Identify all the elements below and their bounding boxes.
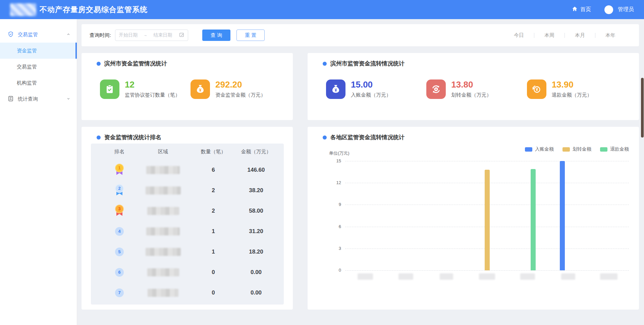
sidebar-item-label: 资金监管: [17, 48, 37, 54]
rank-circle-icon: 5: [115, 248, 124, 256]
search-button[interactable]: 查 询: [202, 30, 230, 41]
svg-text:¥: ¥: [536, 87, 538, 92]
svg-text:¥: ¥: [199, 88, 202, 93]
legend-item[interactable]: 入账金额: [525, 146, 554, 152]
card-title-row: 滨州市监管资金流转情况统计: [308, 53, 639, 67]
legend-swatch: [600, 147, 607, 152]
range-separator: ~: [144, 33, 147, 38]
home-link[interactable]: 首页: [572, 6, 591, 13]
chart-legend: 入账金额划转金额退款金额: [525, 146, 629, 152]
rank-circle-icon: 6: [115, 268, 124, 277]
amount-cell: 58.00: [235, 208, 277, 214]
app: 不动产存量房交易综合监管系统 首页 管理员 交易监管: [0, 0, 644, 325]
chart-unit-label: 单位(万元): [329, 150, 350, 156]
y-tick-label: 15: [329, 158, 341, 163]
header-right: 首页 管理员: [572, 5, 634, 14]
sidebar-group-transaction-supervision[interactable]: 交易监管: [0, 26, 77, 43]
edit-icon: [179, 32, 184, 39]
stat-supervised-amount: ¥ 292.20 资金监管金额（万元）: [191, 79, 281, 99]
medal-rank-1-icon: 1: [115, 164, 124, 176]
sidebar-item-trade-supervision[interactable]: 交易监管: [0, 59, 77, 75]
stat-label: 资金监管金额（万元）: [215, 92, 266, 98]
sidebar-item-label: 机构监管: [17, 80, 37, 86]
amount-cell: 0.00: [235, 269, 277, 276]
count-cell: 6: [192, 167, 235, 173]
region-flow-chart-card: 各地区监管资金流转情况统计 入账金额划转金额退款金额 单位(万元) 036912…: [308, 127, 639, 310]
amount-cell: 38.20: [235, 187, 277, 194]
card-title-row: 资金监管情况统计排名: [82, 127, 293, 141]
stat-refund-amount: ¥ 13.90 退款金额（万元）: [527, 79, 627, 99]
sidebar-item-agency-supervision[interactable]: 机构监管: [0, 75, 77, 91]
quick-range-1[interactable]: 今日: [504, 32, 534, 39]
ranking-table-header: 排名 区域 数量（笔） 金额（万元）: [91, 144, 284, 160]
redacted-x-axis-label: [398, 273, 413, 280]
redacted-region-name: [146, 186, 181, 195]
gridline: [345, 161, 629, 161]
redacted-region-name: [148, 289, 178, 297]
transfer-icon: [426, 79, 446, 99]
money-bag-icon: ¥: [191, 79, 210, 99]
end-date-placeholder: 结束日期: [153, 32, 172, 38]
quick-range-4[interactable]: 本年: [595, 32, 626, 39]
filter-bar: 查询时间: 开始日期 ~ 结束日期 查 询 重 置 今日本周本月本年: [82, 24, 639, 46]
report-icon: [7, 95, 14, 103]
app-title: 不动产存量房交易综合监管系统: [40, 5, 148, 15]
legend-item[interactable]: 划转金额: [562, 146, 591, 152]
stat-value: 13.80: [451, 80, 491, 89]
table-row: 5118.20: [91, 241, 284, 262]
column-header: 排名: [104, 149, 135, 155]
y-tick-label: 3: [329, 246, 341, 251]
y-tick-label: 6: [329, 224, 341, 229]
ranking-card: 资金监管情况统计排名 排名 区域 数量（笔） 金额（万元） 16146.6022…: [82, 127, 293, 310]
avatar[interactable]: [604, 5, 613, 14]
fund-flow-card: 滨州市监管资金流转情况统计 ¥ 15.00 入账: [308, 53, 639, 120]
redacted-x-axis-label: [440, 273, 453, 280]
money-bag-icon: ¥: [326, 79, 345, 99]
stat-label: 监管协议签订数量（笔）: [125, 92, 180, 98]
sidebar-item-fund-supervision[interactable]: 资金监管: [0, 43, 77, 59]
count-cell: 0: [192, 269, 235, 276]
ranking-table-body: 16146.602238.203258.004131.205118.20600.…: [91, 160, 284, 303]
bar-划转金额: [485, 170, 490, 270]
column-header: 数量（笔）: [192, 149, 235, 155]
user-menu[interactable]: 管理员: [618, 6, 634, 13]
stat-inbound-amount: ¥ 15.00 入账金额（万元）: [326, 79, 426, 99]
stats-row: 滨州市资金监管情况统计 12 监管协议签订数量: [82, 53, 639, 120]
reset-button[interactable]: 重 置: [236, 30, 265, 41]
stats-items: ¥ 15.00 入账金额（万元）: [308, 67, 639, 99]
count-cell: 1: [192, 249, 235, 255]
stat-value: 292.20: [215, 80, 266, 89]
home-icon: [572, 6, 578, 13]
legend-label: 入账金额: [535, 146, 554, 152]
logo: [10, 3, 36, 16]
table-row: 3258.00: [91, 201, 284, 221]
stat-value: 13.90: [552, 80, 592, 89]
count-cell: 0: [192, 289, 235, 296]
bar-入账金额: [560, 161, 565, 270]
date-range-input[interactable]: 开始日期 ~ 结束日期: [115, 30, 188, 41]
legend-swatch: [525, 147, 532, 152]
stats-items: 12 监管协议签订数量（笔） ¥ 2: [82, 67, 293, 99]
scrollbar-thumb[interactable]: [641, 78, 644, 138]
rank-circle-icon: 4: [115, 227, 124, 236]
card-title-row: 各地区监管资金流转情况统计: [308, 127, 639, 141]
count-cell: 1: [192, 228, 235, 235]
main-content: 查询时间: 开始日期 ~ 结束日期 查 询 重 置 今日本周本月本年: [77, 19, 644, 325]
card-title: 滨州市资金监管情况统计: [104, 60, 167, 67]
amount-cell: 146.60: [235, 167, 277, 173]
stat-agreement-count: 12 监管协议签订数量（笔）: [100, 79, 191, 99]
sidebar: 交易监管 资金监管 交易监管 机构监管 统计查询: [0, 19, 77, 325]
quick-range-3[interactable]: 本月: [565, 32, 595, 39]
redacted-x-axis-label: [520, 273, 535, 280]
redacted-x-axis-label: [561, 273, 575, 280]
sidebar-group-statistics-query[interactable]: 统计查询: [0, 91, 77, 107]
bar-退款金额: [531, 169, 536, 270]
quick-range-2[interactable]: 本周: [534, 32, 565, 39]
legend-label: 退款金额: [610, 146, 629, 152]
legend-item[interactable]: 退款金额: [600, 146, 629, 152]
card-title: 滨州市监管资金流转情况统计: [330, 60, 405, 67]
table-row: 2238.20: [91, 180, 284, 201]
table-row: 16146.60: [91, 160, 284, 180]
redacted-x-axis-label: [600, 273, 618, 280]
medal-rank-2-icon: 2: [115, 184, 124, 197]
